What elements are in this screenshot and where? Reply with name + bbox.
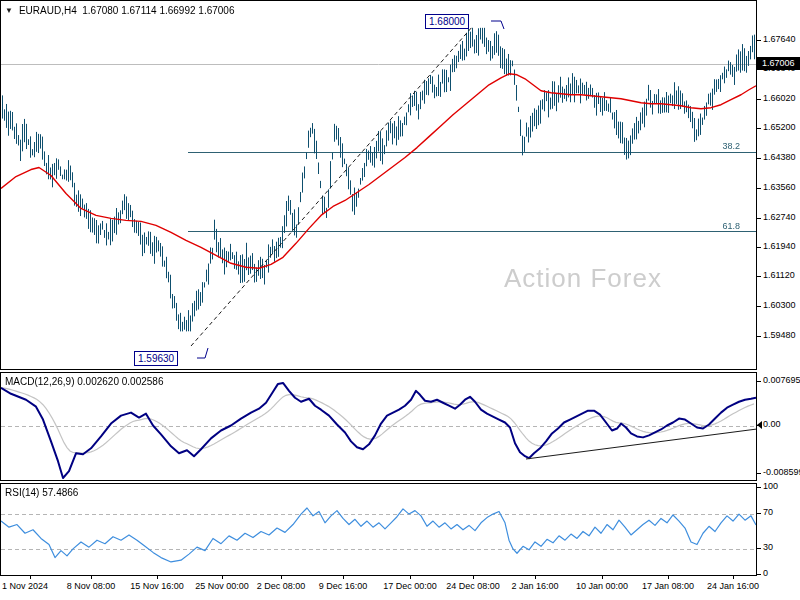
axis-tick [757,158,761,159]
time-axis-label: 17 Jan 08:00 [642,581,694,591]
time-axis-label: 10 Jan 00:00 [576,581,628,591]
ohlc-readout: 1.67080 1.67114 1.66992 1.67006 [82,5,234,16]
axis-tick [757,40,761,41]
macd-zero-marker [757,421,762,429]
chart-window: ▼EURAUD,H4 1.67080 1.67114 1.66992 1.670… [0,0,800,600]
rsi-axis-label: 30 [763,542,773,552]
time-axis-tick [602,576,603,579]
axis-tick [757,128,761,129]
rsi-plot[interactable] [1,484,756,575]
time-axis-label: 24 Dec 08:00 [446,581,500,591]
axis-tick [757,276,761,277]
macd-axis-label: 0.007695 [763,375,800,385]
price-axis[interactable]: 1.67006 1.676401.668401.660201.652001.64… [757,0,800,600]
macd-plot[interactable] [1,373,756,480]
time-axis-label: 8 Nov 08:00 [67,581,116,591]
axis-tick [757,188,761,189]
main-price-panel: ▼EURAUD,H4 1.67080 1.67114 1.66992 1.670… [0,0,757,370]
time-axis-tick [91,576,92,579]
time-axis-label: 2 Dec 08:00 [257,581,306,591]
time-axis-label: 1 Nov 2024 [2,581,48,591]
time-axis-label: 25 Nov 00:00 [195,581,249,591]
price-axis-label: 1.65200 [763,122,796,132]
axis-tick [757,487,761,488]
symbol-header: ▼EURAUD,H4 1.67080 1.67114 1.66992 1.670… [5,5,234,16]
price-axis-label: 1.61120 [763,270,795,280]
rsi-title: RSI(14) 57.4866 [5,487,78,498]
fib-61-label: 61.8 [722,221,740,231]
time-axis-tick [157,576,158,579]
axis-tick [757,247,761,248]
price-axis-label: 1.60300 [763,300,796,310]
time-axis-tick [30,576,31,579]
rsi-axis-label: 0 [763,568,768,578]
symbol-dropdown-icon[interactable]: ▼ [5,6,13,15]
axis-tick [757,473,761,474]
axis-tick [757,548,761,549]
high-annotation-label[interactable]: 1.68000 [425,14,469,29]
price-axis-label: 1.66020 [763,93,796,103]
axis-tick [757,574,761,575]
rsi-axis-label: 70 [763,507,773,517]
time-axis-label: 24 Jan 16:00 [707,581,759,591]
price-axis-label: 1.61940 [763,241,796,251]
axis-tick [757,513,761,514]
macd-panel: MACD(12,26,9) 0.002620 0.002586 [0,372,757,481]
current-price-tag: 1.67006 [757,57,800,70]
low-annotation-label[interactable]: 1.59630 [134,351,178,366]
main-price-plot[interactable] [1,1,756,369]
macd-axis-label: -0.008599 [763,467,800,477]
time-axis-tick [281,576,282,579]
price-axis-label: 1.62740 [763,212,796,222]
price-axis-label: 1.67640 [763,34,796,44]
macd-axis-label: 0.00 [763,419,781,429]
time-axis-label: 2 Jan 16:00 [511,581,558,591]
fib-38-label: 38.2 [722,141,740,151]
axis-tick [757,381,761,382]
time-axis-tick [733,576,734,579]
axis-tick [757,336,761,337]
time-axis-tick [343,576,344,579]
rsi-panel: RSI(14) 57.4866 [0,483,757,576]
rsi-axis-label: 100 [763,481,778,491]
macd-title: MACD(12,26,9) 0.002620 0.002586 [5,376,163,387]
watermark: Action Forex [504,263,662,294]
symbol-timeframe: EURAUD,H4 [19,5,77,16]
price-axis-label: 1.59480 [763,330,796,340]
time-axis-label: 15 Nov 16:00 [130,581,184,591]
time-axis-tick [410,576,411,579]
axis-tick [757,218,761,219]
time-axis-label: 17 Dec 00:00 [383,581,437,591]
time-axis-tick [222,576,223,579]
axis-tick [757,99,761,100]
time-axis-tick [668,576,669,579]
axis-tick [757,306,761,307]
time-axis-tick [535,576,536,579]
price-axis-label: 1.64380 [763,152,796,162]
time-axis-label: 9 Dec 16:00 [319,581,368,591]
time-axis[interactable]: 1 Nov 20248 Nov 08:0015 Nov 16:0025 Nov … [0,576,757,600]
price-axis-label: 1.63560 [763,182,796,192]
time-axis-tick [473,576,474,579]
